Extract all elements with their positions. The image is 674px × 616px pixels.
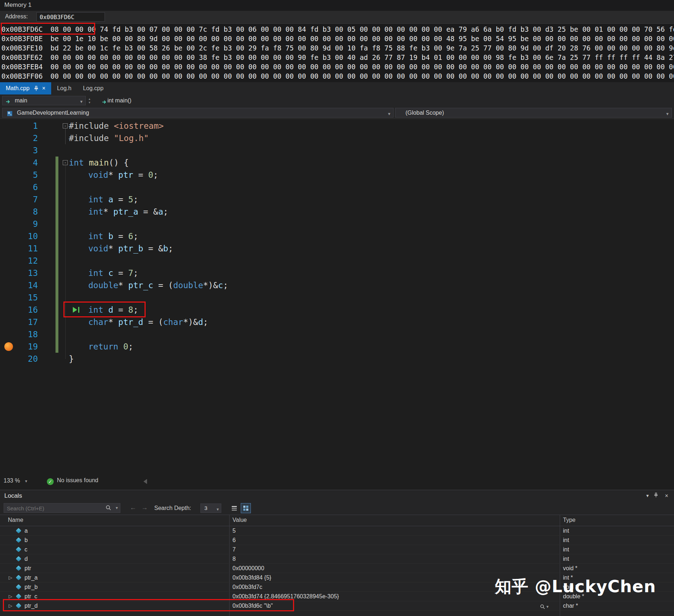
search-input[interactable] — [6, 504, 98, 512]
locals-title: Locals — [4, 492, 22, 500]
close-icon[interactable]: × — [665, 493, 668, 499]
memory-row-bytes: 00 00 00 00 00 00 00 00 00 00 00 00 00 0… — [50, 72, 674, 80]
pin-icon[interactable] — [654, 493, 658, 499]
variable-name: a — [25, 526, 28, 535]
current-member-item[interactable]: int main() — [99, 96, 132, 105]
memory-row-address: 0x00B3FEB4 — [1, 62, 43, 71]
line-number: 3 — [0, 144, 38, 157]
tab-log-h[interactable]: Log.h — [51, 82, 77, 94]
variable-value[interactable]: 0x00b3fd7c — [232, 582, 262, 591]
stack-frame-dropdown[interactable]: main ▾ — [2, 96, 86, 105]
change-bar — [56, 169, 58, 181]
variable-icon — [16, 584, 22, 590]
code-line: 10int b = 6; — [0, 230, 674, 242]
variable-type: int — [563, 545, 569, 554]
locals-titlebar[interactable]: Locals ▾ × — [0, 490, 674, 502]
memory-row: 0x00B3FD6C08 00 00 00 74 fd b3 00 07 00 … — [0, 25, 674, 34]
zoom-level: 133 % — [4, 478, 20, 484]
code-text: int a = 5; — [88, 193, 138, 206]
column-header-value[interactable]: Value — [232, 517, 247, 523]
pin-icon[interactable] — [34, 86, 39, 91]
memory-row-bytes: 00 00 00 00 00 00 00 00 00 00 00 00 00 0… — [50, 63, 674, 71]
variable-type: int — [563, 536, 569, 545]
column-header-name[interactable]: Name — [8, 517, 23, 523]
close-icon[interactable]: × — [42, 85, 45, 91]
line-number: 4 — [0, 157, 38, 169]
variable-value[interactable]: 8 — [232, 554, 236, 563]
search-box[interactable]: ▾ — [4, 503, 120, 513]
column-header-type[interactable]: Type — [563, 517, 576, 523]
variable-value[interactable]: 0x00b3fd84 {5} — [232, 573, 271, 582]
locals-row[interactable]: ptr0x00000000void * — [0, 564, 674, 573]
variable-name: b — [25, 536, 28, 545]
code-editor[interactable]: 1-#include <iostream>2#include "Log.h"34… — [0, 119, 674, 475]
scroll-left-icon[interactable] — [143, 479, 147, 484]
fold-collapse-icon[interactable]: - — [63, 160, 68, 165]
change-bar — [56, 255, 58, 267]
search-depth-dropdown[interactable]: 3 ▾ — [200, 503, 221, 513]
memory-address-label: Address: — [5, 13, 28, 20]
locals-row[interactable]: a5int — [0, 526, 674, 536]
frame-arrow-icon — [5, 98, 12, 107]
grid-view-icon[interactable] — [241, 503, 251, 513]
tab-log-cpp[interactable]: Log.cpp — [77, 82, 109, 94]
line-number: 18 — [0, 328, 38, 340]
memory-row: 0x00B3FE6200 00 00 00 00 00 00 00 00 00 … — [0, 53, 674, 62]
zoom-dropdown[interactable]: 133 %▾ — [4, 478, 27, 484]
debug-context-bar: main ▾ ▴▾ int main() — [0, 94, 674, 107]
code-line: 12 — [0, 255, 674, 267]
variable-value[interactable]: 5 — [232, 526, 236, 535]
variable-value[interactable]: 6 — [232, 536, 236, 545]
fold-collapse-icon[interactable]: - — [63, 123, 68, 128]
scope-dropdown[interactable]: (Global Scope) ▾ — [395, 108, 672, 118]
chevron-down-icon[interactable]: ▾ — [116, 505, 118, 510]
locals-row[interactable]: c7int — [0, 545, 674, 554]
locals-row[interactable]: d8int — [0, 554, 674, 564]
code-text: int* ptr_a = &a; — [88, 206, 168, 218]
line-number: 13 — [0, 267, 38, 279]
variable-name: ptr — [25, 564, 31, 573]
change-bar — [56, 242, 58, 255]
variable-icon — [16, 547, 22, 553]
line-number: 12 — [0, 255, 38, 267]
line-number: 1 — [0, 120, 38, 132]
change-bar — [56, 291, 58, 304]
variable-value[interactable]: 0x00000000 — [232, 564, 264, 573]
window-menu-icon[interactable]: ▾ — [646, 493, 649, 498]
watermark: 知乎 @LuckyChen — [490, 576, 656, 598]
variable-type: void * — [563, 564, 577, 573]
code-line: 5void* ptr = 0; — [0, 169, 674, 181]
variable-type: int — [563, 526, 569, 535]
code-text: double* ptr_c = (double*)&c; — [88, 279, 228, 291]
code-line: 20} — [0, 353, 674, 365]
tab-math-cpp[interactable]: Math.cpp × — [0, 82, 51, 94]
forward-icon[interactable]: → — [141, 504, 148, 511]
project-dropdown[interactable]: GameDevelopmentLearning ▾ — [2, 108, 394, 118]
chevron-down-icon[interactable]: ▾ — [546, 602, 549, 611]
line-number: 7 — [0, 193, 38, 206]
change-bar — [56, 328, 58, 340]
visualizer-magnifier-icon[interactable]: ▾ — [540, 602, 549, 611]
code-line: 19return 0; — [0, 340, 674, 353]
search-icon[interactable] — [106, 505, 111, 512]
code-text: int c = 7; — [88, 267, 138, 279]
memory-row-address: 0x00B3FE10 — [1, 43, 43, 53]
locals-row[interactable]: b6int — [0, 536, 674, 545]
variable-value[interactable]: 7 — [232, 545, 236, 554]
memory-address-input[interactable]: 0x00B3FD6C — [36, 12, 105, 22]
issues-indicator[interactable]: ✓No issues found — [47, 477, 98, 485]
line-number: 10 — [0, 230, 38, 242]
memory-row: 0x00B3FE10bd 22 be 00 1c fe b3 00 58 26 … — [0, 43, 674, 53]
flat-view-icon[interactable] — [229, 503, 239, 513]
code-line: 18 — [0, 328, 674, 340]
expand-icon[interactable]: ▷ — [9, 573, 12, 582]
code-text: #include "Log.h" — [69, 132, 149, 144]
code-text: int b = 6; — [88, 230, 138, 242]
breakpoint-icon[interactable] — [4, 342, 13, 351]
variable-icon — [16, 575, 22, 581]
chevron-down-icon: ▾ — [80, 97, 83, 106]
chevron-down-icon: ▾ — [388, 109, 390, 118]
code-line: 17char* ptr_d = (char*)&d; — [0, 316, 674, 328]
nav-splitter[interactable]: ▴▾ — [89, 97, 90, 104]
back-icon[interactable]: ← — [130, 504, 136, 511]
